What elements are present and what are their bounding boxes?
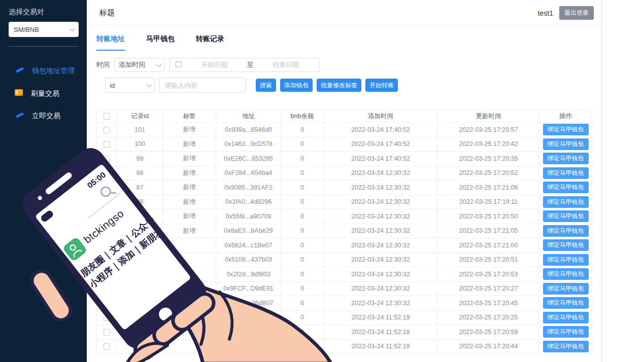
row-checkbox[interactable]	[104, 257, 110, 263]
address-cell: 0x2f2d...9df803	[216, 267, 281, 282]
row-checkbox-cell	[97, 310, 117, 325]
sidebar-item-label: 钱包地址管理	[32, 66, 75, 76]
row-checkbox[interactable]	[104, 127, 110, 133]
bind-wallet-button[interactable]: 绑定马甲钱包	[543, 297, 589, 309]
bnb-balance-cell: 0	[281, 180, 324, 195]
select-all-checkbox[interactable]	[104, 113, 110, 120]
record-id-cell: 5	[117, 339, 163, 354]
bind-wallet-button[interactable]: 绑定马甲钱包	[543, 138, 589, 150]
row-checkbox[interactable]	[104, 185, 110, 191]
row-checkbox[interactable]	[104, 329, 110, 336]
add-wallet-button[interactable]: 添加钱包	[280, 79, 313, 92]
row-checkbox[interactable]	[104, 170, 110, 176]
row-checkbox[interactable]	[104, 242, 110, 249]
address-cell: 0x1463...9cD578	[216, 137, 281, 152]
row-checkbox[interactable]	[104, 300, 110, 307]
updated-time-cell: 2022-03-25 17:21:05	[438, 224, 539, 238]
table-row: 新增 0x55f8...a90709 0 2022-03-24 12:30:32…	[97, 209, 592, 224]
record-id-cell	[117, 281, 163, 296]
search-input[interactable]	[159, 78, 246, 93]
date-separator: 至	[247, 60, 254, 69]
username: test1	[538, 9, 553, 17]
tag-cell	[163, 325, 216, 340]
row-checkbox[interactable]	[104, 213, 110, 220]
updated-time-cell: 2022-03-25 17:20:59	[438, 325, 539, 340]
record-id-cell	[117, 267, 163, 282]
end-date-input[interactable]: 结束日期	[258, 60, 315, 69]
bnb-balance-cell: 0	[281, 281, 324, 296]
row-checkbox-cell	[97, 195, 117, 209]
updated-time-cell: 2022-03-25 17:20:42	[438, 137, 539, 152]
search-field-value: id	[110, 82, 115, 89]
address-cell: 0x1fA0...4d8296	[216, 195, 281, 209]
bind-wallet-button[interactable]: 绑定马甲钱包	[543, 283, 589, 295]
row-checkbox[interactable]	[104, 141, 110, 148]
address-cell: 0x2800...2D6CC3	[216, 339, 281, 354]
row-checkbox[interactable]	[104, 156, 110, 162]
bind-wallet-button[interactable]: 绑定马甲钱包	[543, 210, 589, 222]
bind-wallet-button[interactable]: 绑定马甲钱包	[543, 167, 589, 179]
start-transfer-button[interactable]: 开始转账	[365, 79, 398, 92]
start-date-input[interactable]: 开始日期	[186, 60, 243, 69]
record-id-cell	[117, 310, 163, 325]
row-checkbox[interactable]	[104, 343, 110, 350]
tab-transfer-records[interactable]: 转账记录	[196, 34, 224, 51]
actions-cell: 绑定马甲钱包	[539, 310, 592, 325]
sidebar-item-instant-trade[interactable]: 立即交易	[0, 105, 87, 127]
volume-trade-icon	[14, 89, 24, 98]
bind-wallet-button[interactable]: 绑定马甲钱包	[543, 326, 589, 338]
row-checkbox-cell	[97, 296, 117, 311]
sidebar-item-wallet-address-management[interactable]: 钱包地址管理	[0, 60, 87, 82]
bind-wallet-button[interactable]: 绑定马甲钱包	[543, 312, 589, 323]
tag-cell: 新增	[163, 224, 216, 238]
sidebar-item-volume-trade[interactable]: 刷量交易	[0, 82, 87, 105]
added-time-cell: 2022-03-24 11:52:19	[324, 310, 438, 325]
bind-wallet-button[interactable]: 绑定马甲钱包	[543, 239, 589, 251]
table-row: 0x5624...c1Be07 0 2022-03-24 12:30:32 20…	[97, 238, 592, 253]
record-id-cell	[117, 238, 163, 253]
table-row: 101 新增 0x939a...6546d0 0 2022-03-24 17:4…	[97, 123, 592, 137]
calendar-icon	[175, 60, 182, 69]
added-time-cell: 2022-03-24 12:30:32	[324, 180, 438, 195]
actions-cell: 绑定马甲钱包	[539, 296, 592, 311]
search-field-select[interactable]: id	[105, 78, 155, 93]
record-id-cell	[117, 296, 163, 311]
column-header-updated-time: 更新时间	[438, 110, 539, 123]
bind-wallet-button[interactable]: 绑定马甲钱包	[543, 124, 589, 135]
batch-edit-tags-button[interactable]: 批量修改标签	[317, 79, 361, 92]
row-checkbox[interactable]	[104, 314, 110, 321]
row-checkbox[interactable]	[104, 199, 110, 205]
content-area: 转账地址 马甲钱包 转账记录 时间 添加时间 开始日期 至 结束日期	[87, 34, 601, 354]
bnb-balance-cell: 0	[281, 195, 324, 209]
row-checkbox-cell	[97, 123, 117, 137]
table-row: 100 新增 0x1463...9cD578 0 2022-03-24 17:4…	[97, 137, 592, 152]
added-time-cell: 2022-03-24 17:40:52	[324, 152, 438, 166]
bind-wallet-button[interactable]: 绑定马甲钱包	[543, 225, 589, 237]
search-button[interactable]: 搜索	[256, 79, 276, 92]
bind-wallet-button[interactable]: 绑定马甲钱包	[543, 254, 589, 266]
trading-pair-select[interactable]: SM/BNB	[9, 22, 79, 37]
date-range-picker[interactable]: 开始日期 至 结束日期	[170, 58, 320, 72]
bind-wallet-button[interactable]: 绑定马甲钱包	[543, 153, 589, 164]
actions-cell: 绑定马甲钱包	[539, 325, 592, 340]
table-row: 0xf067...4E9e3d 0 2022-03-24 11:52:19 20…	[97, 310, 592, 325]
bnb-balance-cell: 0	[281, 123, 324, 137]
tag-cell	[163, 267, 216, 282]
updated-time-cell: 2022-03-25 17:20:57	[438, 123, 539, 137]
table-row: 87 新增 0x9085...391AF2 0 2022-03-24 12:30…	[97, 180, 592, 195]
bind-wallet-button[interactable]: 绑定马甲钱包	[543, 196, 589, 208]
bind-wallet-button[interactable]: 绑定马甲钱包	[543, 182, 589, 193]
time-type-select[interactable]: 添加时间	[114, 58, 165, 72]
address-cell: 0xF284...654ba4	[216, 166, 281, 180]
record-id-cell	[117, 325, 163, 340]
row-checkbox[interactable]	[104, 285, 110, 292]
column-header-actions: 操作	[539, 110, 592, 123]
row-checkbox[interactable]	[104, 228, 110, 234]
bind-wallet-button[interactable]: 绑定马甲钱包	[543, 341, 589, 352]
bnb-balance-cell: 0	[281, 209, 324, 224]
bind-wallet-button[interactable]: 绑定马甲钱包	[543, 268, 589, 280]
logout-button[interactable]: 退出登录	[559, 6, 594, 20]
tab-transfer-address[interactable]: 转账地址	[96, 34, 125, 51]
tab-sock-wallet[interactable]: 马甲钱包	[146, 34, 175, 51]
row-checkbox[interactable]	[104, 271, 110, 278]
